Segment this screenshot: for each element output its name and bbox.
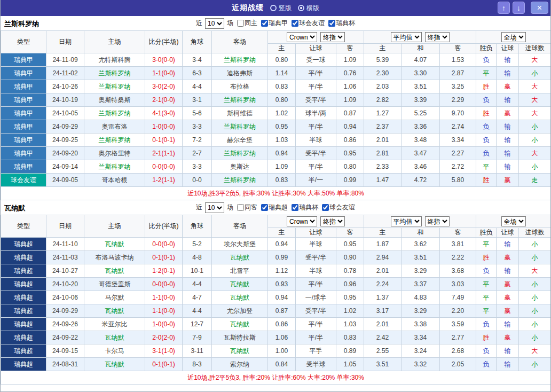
league-filter-2[interactable]: 瑞典杯 bbox=[292, 203, 318, 212]
odds-time-select[interactable]: 终指 bbox=[320, 32, 345, 42]
score-cell: 1-0(0-0) bbox=[145, 318, 183, 331]
match-row: 瑞典超24-11-03布洛马波卡纳0-1(0-1)4-8瓦纳默0.99受平/半0… bbox=[1, 251, 551, 264]
away-team-cell[interactable]: 兰斯科罗纳 bbox=[212, 53, 268, 67]
handicap-cell: 半球 bbox=[296, 264, 336, 278]
home-team-cell[interactable]: 马尔默 bbox=[84, 291, 145, 304]
score-cell: 0-1(0-1) bbox=[145, 134, 183, 147]
corner-cell: 4-7 bbox=[183, 291, 212, 304]
avg-source-select[interactable]: 平均值 bbox=[391, 32, 422, 42]
away-team-cell[interactable]: 瓦纳默 bbox=[212, 278, 268, 291]
handicap-result-cell: 输 bbox=[497, 358, 519, 371]
goals-result-cell: 小 bbox=[519, 291, 551, 304]
home-team-cell[interactable]: 卡尔马 bbox=[84, 344, 145, 358]
home-odds-cell: 1.14 bbox=[268, 67, 296, 80]
odds-source-select[interactable]: Crown bbox=[287, 216, 317, 226]
col-header-odds-home: 主 bbox=[268, 228, 296, 238]
away-team-cell[interactable]: 瓦纳默 bbox=[212, 318, 268, 331]
home-team-cell[interactable]: 兰斯科罗纳 bbox=[84, 160, 145, 174]
same-venue-filter[interactable]: 同客 bbox=[237, 203, 257, 212]
match-count-select[interactable]: 10 bbox=[205, 202, 224, 213]
league-type-cell: 瑞典超 bbox=[1, 278, 46, 291]
home-team-cell[interactable]: 瓦纳默 bbox=[84, 264, 145, 278]
away-team-cell[interactable]: 布拉格 bbox=[212, 80, 268, 93]
odds-time-select[interactable]: 终指 bbox=[320, 216, 345, 226]
avg-draw-odds-cell: 4.72 bbox=[402, 174, 440, 187]
odds-source-select[interactable]: Crown bbox=[287, 32, 317, 42]
away-team-cell[interactable]: 奥斯达 bbox=[212, 160, 268, 174]
corner-cell: 12-7 bbox=[183, 318, 212, 331]
home-team-cell[interactable]: 兰斯科罗纳 bbox=[84, 134, 145, 147]
same-venue-checkbox[interactable] bbox=[237, 204, 244, 211]
away-team-cell[interactable]: 瓦纳默 bbox=[212, 291, 268, 304]
avg-time-select[interactable]: 终指 bbox=[425, 32, 450, 42]
away-team-cell[interactable]: 迪格弗斯 bbox=[212, 67, 268, 80]
league-filter-2[interactable]: 球会友谊 bbox=[292, 19, 325, 28]
home-team-cell[interactable]: 奥斯特桑斯 bbox=[84, 93, 145, 107]
scope-select[interactable]: 全场 bbox=[501, 216, 526, 226]
result-cell: 胜 bbox=[476, 251, 497, 264]
league-checkbox[interactable] bbox=[328, 20, 335, 27]
home-team-cell[interactable]: 尤特斯科腾 bbox=[84, 53, 145, 67]
home-team-cell[interactable]: 瓦纳默 bbox=[84, 358, 145, 371]
handicap-cell: 球半/两 bbox=[296, 107, 336, 120]
league-checkbox[interactable] bbox=[261, 204, 268, 211]
league-filter-3[interactable]: 瑞典杯 bbox=[328, 19, 355, 28]
home-team-cell[interactable]: 奥尔格里特 bbox=[84, 147, 145, 160]
home-team-cell[interactable]: 奥雷布洛 bbox=[84, 120, 145, 134]
avg-time-select[interactable]: 终指 bbox=[425, 216, 450, 226]
same-venue-checkbox[interactable] bbox=[237, 20, 244, 27]
away-team-cell[interactable]: 瓦纳默 bbox=[212, 344, 268, 358]
home-team-cell[interactable]: 兰斯科罗纳 bbox=[84, 80, 145, 93]
away-team-cell[interactable]: 瓦纳默 bbox=[212, 251, 268, 264]
league-filter-1[interactable]: 瑞典甲 bbox=[261, 19, 288, 28]
scope-select[interactable]: 全场 bbox=[501, 32, 526, 42]
away-team-cell[interactable]: 赫尔辛堡 bbox=[212, 134, 268, 147]
away-odds-cell: 0.78 bbox=[336, 264, 364, 278]
home-team-cell[interactable]: 瓦纳默 bbox=[84, 238, 145, 251]
result-cell: 负 bbox=[476, 134, 497, 147]
away-team-cell[interactable]: 兰斯科罗纳 bbox=[212, 93, 268, 107]
score-cell: 1-1(0-0) bbox=[145, 67, 183, 80]
away-team-cell[interactable]: 斯柯维德 bbox=[212, 107, 268, 120]
avg-away-odds-cell: 1.53 bbox=[440, 53, 476, 67]
league-checkbox[interactable] bbox=[292, 204, 298, 211]
move-down-button[interactable]: ↓ bbox=[513, 2, 525, 14]
home-odds-cell: 0.80 bbox=[268, 93, 296, 107]
away-team-cell[interactable]: 索尔纳 bbox=[212, 358, 268, 371]
away-team-cell[interactable]: 北雪平 bbox=[212, 264, 268, 278]
league-checkbox[interactable] bbox=[292, 20, 298, 27]
league-filter-1[interactable]: 瑞典超 bbox=[261, 203, 288, 212]
col-header-home: 主场 bbox=[84, 215, 145, 238]
away-team-cell[interactable]: 尤尔加登 bbox=[212, 304, 268, 318]
home-team-cell[interactable]: 兰斯科罗纳 bbox=[84, 67, 145, 80]
away-team-cell[interactable]: 兰斯科罗纳 bbox=[212, 147, 268, 160]
avg-source-select[interactable]: 平均值 bbox=[391, 216, 422, 226]
away-odds-cell: 1.06 bbox=[336, 80, 364, 93]
home-team-cell[interactable]: 瓦纳默 bbox=[84, 331, 145, 344]
home-team-cell[interactable]: 哥本哈根 bbox=[84, 174, 145, 187]
col-header-odds-handicap: 让球 bbox=[296, 44, 336, 53]
league-checkbox[interactable] bbox=[261, 20, 268, 27]
away-team-cell[interactable]: 埃尔夫斯堡 bbox=[212, 238, 268, 251]
layout-radio-horizontal[interactable]: 横版 bbox=[298, 4, 319, 13]
home-team-cell[interactable]: 布洛马波卡纳 bbox=[84, 251, 145, 264]
away-team-cell[interactable]: 瓦斯特拉斯 bbox=[212, 331, 268, 344]
league-filter-3[interactable]: 球会友谊 bbox=[322, 203, 355, 212]
avg-home-odds-cell: 2.03 bbox=[364, 80, 402, 93]
col-header-date: 日期 bbox=[46, 31, 84, 53]
league-checkbox[interactable] bbox=[322, 204, 329, 211]
close-button[interactable]: × bbox=[531, 2, 548, 14]
away-team-cell[interactable]: 兰斯科罗纳 bbox=[212, 120, 268, 134]
same-venue-filter[interactable]: 同主 bbox=[237, 19, 257, 28]
layout-radio-vertical[interactable]: 竖版 bbox=[270, 4, 292, 13]
match-count-select[interactable]: 10 bbox=[205, 18, 224, 29]
home-team-cell[interactable]: 米亚尔比 bbox=[84, 318, 145, 331]
home-team-cell[interactable]: 兰斯科罗纳 bbox=[84, 107, 145, 120]
home-team-cell[interactable]: 瓦纳默 bbox=[84, 304, 145, 318]
home-team-cell[interactable]: 哥德堡盖斯 bbox=[84, 278, 145, 291]
away-team-cell[interactable]: 兰斯科罗纳 bbox=[212, 174, 268, 187]
radio-unselected-icon bbox=[270, 5, 277, 11]
avg-draw-odds-cell: 4.07 bbox=[402, 53, 440, 67]
avg-away-odds-cell: 2.87 bbox=[440, 67, 476, 80]
move-up-button[interactable]: ↑ bbox=[498, 2, 510, 14]
